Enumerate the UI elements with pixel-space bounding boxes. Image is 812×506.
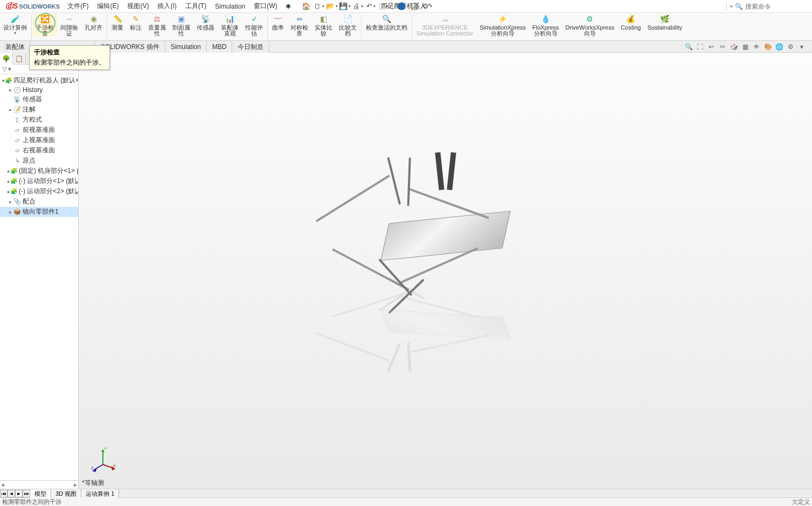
undo-icon[interactable]: ↶ [365, 1, 376, 12]
display-style-icon[interactable]: ▦ [740, 42, 750, 52]
tab-last-button[interactable]: ⏭ [23, 490, 30, 497]
assembly-visualization-button[interactable]: 📊装配体 直观 [218, 14, 242, 37]
bottom-tab-model[interactable]: 模型 [30, 489, 51, 498]
menu-file[interactable]: 文件(F) [63, 2, 93, 11]
tab-today-manufacture[interactable]: 今日制造 [232, 41, 269, 53]
app-logo: ⓓS SOLIDWORKS [2, 2, 63, 11]
apply-scene-icon[interactable]: 🌐 [774, 42, 784, 52]
menu-view[interactable]: 视图(V) [123, 2, 153, 11]
app-title: SOLIDWORKS [19, 3, 60, 10]
svg-line-4 [94, 465, 103, 470]
tooltip-title: 干涉检查 [34, 48, 105, 57]
sustainability-button[interactable]: 🌿Sustainability [644, 14, 685, 31]
bottom-tab-3dview[interactable]: 3D 视图 [51, 489, 81, 498]
menu-tools[interactable]: 工具(T) [181, 2, 211, 11]
command-manager-ribbon: 🧪设计算例▾ 🔀干涉检 查 ↔间隙验 证 ◉孔对齐 📏测量 ✎标注 ⚖质量属 性… [0, 13, 812, 41]
panel-scrollbar[interactable]: ◄► [0, 480, 78, 489]
tab-first-button[interactable]: ⏮ [0, 490, 8, 497]
tree-top-plane[interactable]: ▱上视基准面 [0, 135, 78, 145]
feature-tree: ▾🧩四足爬行机器人 (默认<默认_! ▸🕘History 📡传感器 ▸📝注解 Σ… [0, 74, 78, 480]
view-settings-icon[interactable]: ⚙ [786, 42, 795, 52]
view-orientation-icon[interactable]: 🎲 [729, 42, 739, 52]
feature-tree-tab[interactable]: 🌳 [0, 53, 13, 65]
menubar: ⓓS SOLIDWORKS 文件(F) 编辑(E) 视图(V) 插入(I) 工具… [0, 0, 812, 13]
markup-button[interactable]: ✎标注 [127, 14, 145, 31]
view-orientation-label: *等轴测 [82, 479, 104, 488]
check-active-document-button[interactable]: 🔍检查激活的文档 [363, 14, 411, 31]
clearance-verification-button[interactable]: ↔间隙验 证 [57, 14, 81, 37]
driveworksxpress-button[interactable]: ⚙DriveWorksXpress 向导 [562, 14, 617, 37]
tree-right-plane[interactable]: ▱右视基准面 [0, 145, 78, 156]
tree-history[interactable]: ▸🕘History [0, 86, 78, 94]
costing-button[interactable]: 💰Costing [617, 14, 644, 31]
tree-motion-part-1[interactable]: ▸🧩(-) 运动部分<1> (默认<默 [0, 176, 78, 186]
tree-root[interactable]: ▾🧩四足爬行机器人 (默认<默认_! [0, 75, 78, 86]
tab-prev-button[interactable]: ◄ [8, 490, 15, 497]
tree-origin[interactable]: ↳原点 [0, 156, 78, 166]
tree-sensors[interactable]: 📡传感器 [0, 94, 78, 104]
print-icon[interactable]: 🖨 [352, 1, 363, 12]
search-dropdown-icon[interactable]: ▾ [730, 4, 733, 9]
save-icon[interactable]: 💾 [339, 1, 350, 12]
robot-model[interactable] [386, 217, 505, 255]
status-bar: 检测零部件之间的干涉 欠定义 [0, 497, 812, 506]
zoom-area-icon[interactable]: ⛶ [695, 42, 705, 52]
command-manager-tabs: 装配体 SOLIDWORKS 插件 Simulation MBD 今日制造 🔍 … [0, 41, 812, 53]
tree-body-part[interactable]: ▸🧩(固定) 机身部分<1> (默认· [0, 166, 78, 176]
graphics-viewport[interactable]: Y X Z *等轴测 [79, 53, 812, 489]
interference-detection-tooltip: 干涉检查 检测零部件之间的干涉。 [29, 45, 110, 70]
hole-alignment-button[interactable]: ◉孔对齐 [81, 14, 106, 31]
robot-reflection [386, 313, 505, 336]
new-icon[interactable]: 🗋 [314, 1, 324, 12]
status-definition: 欠定义 [792, 498, 810, 506]
tree-equations[interactable]: Σ方程式 [0, 115, 78, 125]
simulationxpress-button[interactable]: ⚡SimulationXpress 分析向导 [476, 14, 529, 37]
menu-edit[interactable]: 编辑(E) [93, 2, 123, 11]
section-view-icon[interactable]: ✂ [718, 42, 727, 52]
tree-front-plane[interactable]: ▱前视基准面 [0, 125, 78, 135]
floxpress-button[interactable]: 💧FloXpress 分析向导 [529, 14, 563, 37]
open-icon[interactable]: 📂 [327, 1, 337, 12]
tree-annotations[interactable]: ▸📝注解 [0, 104, 78, 115]
solidworks-icon: ⓓS [5, 2, 18, 11]
compare-bodies-button[interactable]: ◧实体比 较 [311, 14, 336, 37]
previous-view-icon[interactable]: ↩ [706, 42, 716, 52]
status-message: 检测零部件之间的干涉 [2, 498, 61, 506]
section-properties-button[interactable]: ▣剖面属 性 [169, 14, 193, 37]
performance-evaluation-button[interactable]: ✓性能评 估 [242, 14, 266, 37]
menu-window[interactable]: 窗口(W) [249, 2, 281, 11]
sensor-button[interactable]: 📡传感器 [193, 14, 218, 31]
orientation-triad[interactable]: Y X Z [89, 446, 116, 473]
hide-show-icon[interactable]: 👁 [752, 42, 761, 52]
curvature-button[interactable]: 〰曲率 [269, 14, 287, 31]
bottom-tab-motion-study[interactable]: 运动算例 1 [81, 489, 119, 498]
tree-mates[interactable]: ▸📎配合 [0, 196, 78, 207]
measure-button[interactable]: 📏测量 [108, 14, 127, 31]
tab-nav-buttons: ⏮ ◄ ► ⏭ [0, 490, 30, 497]
design-study-button[interactable]: 🧪设计算例▾ [0, 14, 30, 36]
tooltip-description: 检测零部件之间的干涉。 [34, 58, 105, 67]
tree-mirror-components[interactable]: ▸📦镜向零部件1 [0, 207, 78, 217]
tab-mbd[interactable]: MBD [207, 41, 233, 53]
menu-help-icon[interactable]: ✱ [281, 3, 295, 10]
interference-detection-button[interactable]: 🔀干涉检 查 [33, 14, 57, 37]
compare-documents-button[interactable]: 📄比较文 档 [336, 14, 360, 37]
menu-simulation[interactable]: Simulation [211, 3, 249, 10]
edit-appearance-icon[interactable]: 🎨 [763, 42, 773, 52]
document-title: 四足爬行机器人 * [381, 2, 431, 11]
zoom-fit-icon[interactable]: 🔍 [684, 42, 693, 52]
motion-study-tabs: ⏮ ◄ ► ⏭ 模型 3D 视图 运动算例 1 [0, 489, 812, 497]
tab-simulation[interactable]: Simulation [165, 41, 207, 53]
feature-manager-panel: 🌳 📋 ⚙ ◆ 👁 ▸ ▽ ▾ ▾🧩四足爬行机器人 (默认<默认_! ▸🕘His… [0, 53, 79, 489]
tab-assembly[interactable]: 装配体 [0, 41, 31, 53]
command-search: ▾ 🔍 [726, 3, 810, 10]
search-input[interactable] [745, 3, 810, 10]
menu-insert[interactable]: 插入(I) [153, 2, 181, 11]
render-icon[interactable]: ▾ [797, 42, 807, 52]
property-manager-tab[interactable]: 📋 [13, 53, 26, 65]
symmetry-check-button[interactable]: ⇔对称检 查 [287, 14, 311, 37]
mass-properties-button[interactable]: ⚖质量属 性 [145, 14, 169, 37]
tab-next-button[interactable]: ► [15, 490, 23, 497]
tree-motion-part-2[interactable]: ▸🧩(-) 运动部分<2> (默认<默 [0, 186, 78, 196]
home-icon[interactable]: 🏠 [301, 1, 311, 12]
